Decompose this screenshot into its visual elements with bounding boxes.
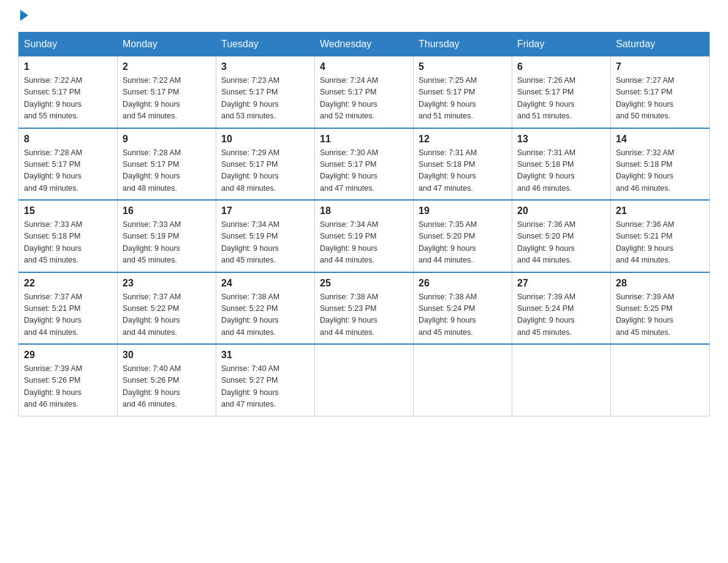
calendar-cell: 24Sunrise: 7:38 AMSunset: 5:22 PMDayligh… xyxy=(216,272,315,345)
day-info: Sunrise: 7:36 AMSunset: 5:21 PMDaylight:… xyxy=(616,219,704,267)
calendar-cell: 14Sunrise: 7:32 AMSunset: 5:18 PMDayligh… xyxy=(611,128,710,201)
day-number: 14 xyxy=(616,134,704,145)
header-tuesday: Tuesday xyxy=(216,33,315,56)
header-thursday: Thursday xyxy=(414,33,512,56)
calendar-cell: 7Sunrise: 7:27 AMSunset: 5:17 PMDaylight… xyxy=(611,56,710,128)
calendar-cell: 6Sunrise: 7:26 AMSunset: 5:17 PMDaylight… xyxy=(512,56,611,128)
day-info: Sunrise: 7:28 AMSunset: 5:17 PMDaylight:… xyxy=(123,147,211,195)
header-saturday: Saturday xyxy=(611,33,710,56)
day-number: 8 xyxy=(24,134,112,145)
day-info: Sunrise: 7:32 AMSunset: 5:18 PMDaylight:… xyxy=(616,147,704,195)
day-info: Sunrise: 7:30 AMSunset: 5:17 PMDaylight:… xyxy=(320,147,408,195)
day-info: Sunrise: 7:40 AMSunset: 5:26 PMDaylight:… xyxy=(123,363,211,411)
header-wednesday: Wednesday xyxy=(315,33,414,56)
calendar-cell: 30Sunrise: 7:40 AMSunset: 5:26 PMDayligh… xyxy=(118,344,216,416)
calendar-week-2: 8Sunrise: 7:28 AMSunset: 5:17 PMDaylight… xyxy=(19,128,710,201)
day-number: 3 xyxy=(221,61,309,72)
day-number: 28 xyxy=(616,278,704,289)
day-number: 10 xyxy=(221,134,309,145)
day-info: Sunrise: 7:39 AMSunset: 5:24 PMDaylight:… xyxy=(517,291,605,339)
calendar-cell: 11Sunrise: 7:30 AMSunset: 5:17 PMDayligh… xyxy=(315,128,414,201)
day-number: 11 xyxy=(320,134,408,145)
day-number: 24 xyxy=(221,278,309,289)
calendar-cell: 1Sunrise: 7:22 AMSunset: 5:17 PMDaylight… xyxy=(19,56,118,128)
day-number: 20 xyxy=(517,205,605,216)
day-number: 16 xyxy=(123,205,211,216)
day-info: Sunrise: 7:22 AMSunset: 5:17 PMDaylight:… xyxy=(24,75,112,123)
calendar-cell: 23Sunrise: 7:37 AMSunset: 5:22 PMDayligh… xyxy=(118,272,216,345)
day-number: 2 xyxy=(123,61,211,72)
calendar-cell: 29Sunrise: 7:39 AMSunset: 5:26 PMDayligh… xyxy=(19,344,118,416)
day-number: 31 xyxy=(221,350,309,361)
day-number: 23 xyxy=(123,278,211,289)
day-number: 21 xyxy=(616,205,704,216)
calendar-cell: 31Sunrise: 7:40 AMSunset: 5:27 PMDayligh… xyxy=(216,344,315,416)
day-info: Sunrise: 7:23 AMSunset: 5:17 PMDaylight:… xyxy=(221,75,309,123)
day-number: 17 xyxy=(221,205,309,216)
day-info: Sunrise: 7:39 AMSunset: 5:26 PMDaylight:… xyxy=(24,363,112,411)
day-number: 13 xyxy=(517,134,605,145)
day-number: 12 xyxy=(419,134,507,145)
day-info: Sunrise: 7:25 AMSunset: 5:17 PMDaylight:… xyxy=(419,75,507,123)
day-info: Sunrise: 7:35 AMSunset: 5:20 PMDaylight:… xyxy=(419,219,507,267)
calendar-cell: 9Sunrise: 7:28 AMSunset: 5:17 PMDaylight… xyxy=(118,128,216,201)
calendar-cell: 20Sunrise: 7:36 AMSunset: 5:20 PMDayligh… xyxy=(512,200,611,272)
day-number: 30 xyxy=(123,350,211,361)
calendar-cell: 8Sunrise: 7:28 AMSunset: 5:17 PMDaylight… xyxy=(19,128,118,201)
day-number: 26 xyxy=(419,278,507,289)
calendar-cell: 19Sunrise: 7:35 AMSunset: 5:20 PMDayligh… xyxy=(414,200,512,272)
calendar-cell: 5Sunrise: 7:25 AMSunset: 5:17 PMDaylight… xyxy=(414,56,512,128)
day-info: Sunrise: 7:28 AMSunset: 5:17 PMDaylight:… xyxy=(24,147,112,195)
calendar-cell: 28Sunrise: 7:39 AMSunset: 5:25 PMDayligh… xyxy=(611,272,710,345)
calendar-table: SundayMondayTuesdayWednesdayThursdayFrid… xyxy=(18,32,710,416)
day-number: 27 xyxy=(517,278,605,289)
day-info: Sunrise: 7:33 AMSunset: 5:18 PMDaylight:… xyxy=(24,219,112,267)
day-info: Sunrise: 7:26 AMSunset: 5:17 PMDaylight:… xyxy=(517,75,605,123)
calendar-cell: 25Sunrise: 7:38 AMSunset: 5:23 PMDayligh… xyxy=(315,272,414,345)
calendar-cell: 3Sunrise: 7:23 AMSunset: 5:17 PMDaylight… xyxy=(216,56,315,128)
day-info: Sunrise: 7:38 AMSunset: 5:22 PMDaylight:… xyxy=(221,291,309,339)
day-info: Sunrise: 7:36 AMSunset: 5:20 PMDaylight:… xyxy=(517,219,605,267)
header-friday: Friday xyxy=(512,33,611,56)
calendar-cell: 18Sunrise: 7:34 AMSunset: 5:19 PMDayligh… xyxy=(315,200,414,272)
calendar-cell: 15Sunrise: 7:33 AMSunset: 5:18 PMDayligh… xyxy=(19,200,118,272)
day-number: 29 xyxy=(24,350,112,361)
day-info: Sunrise: 7:27 AMSunset: 5:17 PMDaylight:… xyxy=(616,75,704,123)
day-info: Sunrise: 7:38 AMSunset: 5:24 PMDaylight:… xyxy=(419,291,507,339)
header-monday: Monday xyxy=(118,33,216,56)
calendar-cell: 13Sunrise: 7:31 AMSunset: 5:18 PMDayligh… xyxy=(512,128,611,201)
day-info: Sunrise: 7:34 AMSunset: 5:19 PMDaylight:… xyxy=(320,219,408,267)
calendar-cell: 10Sunrise: 7:29 AMSunset: 5:17 PMDayligh… xyxy=(216,128,315,201)
day-info: Sunrise: 7:33 AMSunset: 5:19 PMDaylight:… xyxy=(123,219,211,267)
day-info: Sunrise: 7:37 AMSunset: 5:22 PMDaylight:… xyxy=(123,291,211,339)
calendar-cell: 22Sunrise: 7:37 AMSunset: 5:21 PMDayligh… xyxy=(19,272,118,345)
calendar-week-5: 29Sunrise: 7:39 AMSunset: 5:26 PMDayligh… xyxy=(19,344,710,416)
day-info: Sunrise: 7:31 AMSunset: 5:18 PMDaylight:… xyxy=(517,147,605,195)
day-info: Sunrise: 7:40 AMSunset: 5:27 PMDaylight:… xyxy=(221,363,309,411)
day-number: 5 xyxy=(419,61,507,72)
calendar-cell: 21Sunrise: 7:36 AMSunset: 5:21 PMDayligh… xyxy=(611,200,710,272)
day-number: 1 xyxy=(24,61,112,72)
day-number: 19 xyxy=(419,205,507,216)
calendar-week-3: 15Sunrise: 7:33 AMSunset: 5:18 PMDayligh… xyxy=(19,200,710,272)
day-number: 9 xyxy=(123,134,211,145)
calendar-cell: 4Sunrise: 7:24 AMSunset: 5:17 PMDaylight… xyxy=(315,56,414,128)
calendar-week-1: 1Sunrise: 7:22 AMSunset: 5:17 PMDaylight… xyxy=(19,56,710,128)
calendar-cell xyxy=(512,344,611,416)
day-number: 7 xyxy=(616,61,704,72)
day-info: Sunrise: 7:34 AMSunset: 5:19 PMDaylight:… xyxy=(221,219,309,267)
calendar-header-row: SundayMondayTuesdayWednesdayThursdayFrid… xyxy=(19,33,710,56)
calendar-cell xyxy=(414,344,512,416)
calendar-cell xyxy=(315,344,414,416)
logo xyxy=(18,12,28,21)
day-number: 15 xyxy=(24,205,112,216)
day-info: Sunrise: 7:22 AMSunset: 5:17 PMDaylight:… xyxy=(123,75,211,123)
calendar-cell: 16Sunrise: 7:33 AMSunset: 5:19 PMDayligh… xyxy=(118,200,216,272)
page-header xyxy=(18,12,710,21)
calendar-cell: 2Sunrise: 7:22 AMSunset: 5:17 PMDaylight… xyxy=(118,56,216,128)
calendar-cell xyxy=(611,344,710,416)
day-number: 4 xyxy=(320,61,408,72)
logo-triangle-icon xyxy=(20,10,28,21)
calendar-cell: 17Sunrise: 7:34 AMSunset: 5:19 PMDayligh… xyxy=(216,200,315,272)
day-info: Sunrise: 7:31 AMSunset: 5:18 PMDaylight:… xyxy=(419,147,507,195)
